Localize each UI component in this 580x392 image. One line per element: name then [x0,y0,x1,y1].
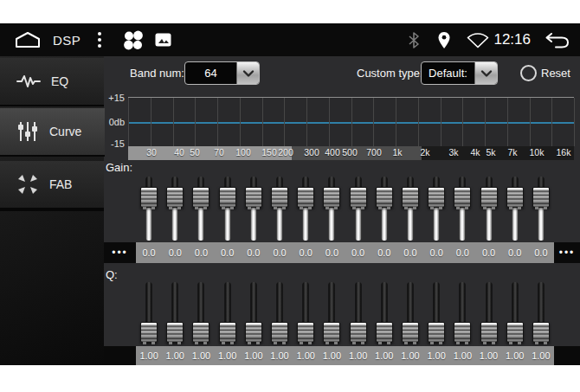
q-slider[interactable] [162,279,188,346]
reset-radio[interactable] [520,65,537,81]
freq-tick-label: 7k [507,147,517,157]
slider-handle[interactable] [480,187,498,208]
q-slider[interactable] [528,279,554,346]
y-axis-label-bottom: -15 [102,138,125,149]
slider-handle[interactable] [350,322,367,343]
gain-more-left-button[interactable]: ••• [104,242,136,263]
custom-type-dropdown[interactable]: Default: [421,61,498,85]
slider-handle[interactable] [297,187,314,208]
slider-handle[interactable] [245,187,262,208]
slider-track-fill [224,208,230,241]
q-slider[interactable] [241,279,267,346]
q-slider[interactable] [215,279,241,346]
slider-handle[interactable] [245,322,262,343]
gain-slider[interactable] [188,171,214,241]
gain-slider[interactable] [502,171,528,241]
slider-handle[interactable] [402,322,419,343]
gain-slider[interactable] [162,171,188,241]
q-slider[interactable] [371,279,397,346]
gridline [530,98,531,146]
q-slider[interactable] [267,279,293,346]
slider-handle[interactable] [192,322,209,343]
gridline [418,98,419,146]
slider-handle[interactable] [192,187,209,208]
gain-slider[interactable] [319,171,345,241]
slider-track-fill [172,208,178,241]
gain-value: 0.0 [371,247,397,258]
gain-slider[interactable] [397,171,423,241]
chevron-down-icon[interactable] [236,62,259,84]
slider-handle[interactable] [454,187,471,208]
slider-handle[interactable] [506,322,524,343]
slider-handle[interactable] [219,322,236,343]
sidebar-item-eq[interactable]: EQ [0,58,104,106]
slider-handle[interactable] [166,187,184,208]
slider-handle[interactable] [271,187,288,208]
slider-handle[interactable] [376,187,393,208]
slider-handle[interactable] [532,187,550,208]
sidebar-item-fab[interactable]: FAB [0,161,104,209]
slider-track-fill [538,208,544,241]
slider-handle[interactable] [428,322,445,343]
q-slider[interactable] [345,279,371,346]
q-slider[interactable] [475,279,501,346]
q-slider[interactable] [449,279,475,346]
q-slider[interactable] [136,279,162,346]
q-slider[interactable] [319,279,345,346]
gain-slider[interactable] [371,171,397,241]
sidebar-item-curve[interactable]: Curve [0,108,105,157]
gallery-icon[interactable] [155,33,171,47]
q-slider[interactable] [293,279,319,346]
gain-value: 0.0 [475,247,501,258]
slider-handle[interactable] [297,322,314,343]
gridline [284,98,285,146]
chevron-down-icon[interactable] [474,62,497,84]
gain-slider[interactable] [215,171,241,241]
slider-handle[interactable] [532,322,550,343]
menu-dots-icon[interactable] [98,32,101,48]
slider-handle[interactable] [271,322,288,343]
gain-slider[interactable] [475,171,501,241]
q-value: 1.00 [319,350,345,361]
slider-handle[interactable] [480,322,498,343]
gridline [195,98,196,146]
gain-slider[interactable] [293,171,319,241]
slider-handle[interactable] [506,187,524,208]
gain-slider[interactable] [241,171,267,241]
band-num-dropdown[interactable]: 64 [184,61,260,85]
q-slider[interactable] [502,279,528,346]
slider-handle[interactable] [350,187,367,208]
slider-handle[interactable] [454,322,471,343]
gain-slider[interactable] [345,171,371,241]
home-icon[interactable] [15,31,41,48]
q-slider[interactable] [423,279,449,346]
gain-slider[interactable] [449,171,475,241]
slider-handle[interactable] [219,187,236,208]
sidebar: EQCurveFAB [0,56,104,365]
slider-handle[interactable] [140,187,158,208]
q-slider[interactable] [188,279,214,346]
gain-slider[interactable] [267,171,293,241]
slider-handle[interactable] [166,322,184,343]
slider-handle[interactable] [402,187,419,208]
gridline [507,98,508,146]
gridline [128,98,129,146]
slider-handle[interactable] [140,322,158,343]
gain-more-right-button[interactable]: ••• [554,242,580,263]
q-slider[interactable] [397,279,423,346]
gain-slider[interactable] [528,171,554,241]
gain-slider[interactable] [136,171,162,241]
slider-handle[interactable] [323,187,340,208]
gridline [262,98,263,146]
apps-grid-icon[interactable] [122,29,144,51]
q-values-bar: 1.001.001.001.001.001.001.001.001.001.00… [136,346,554,365]
slider-handle[interactable] [428,187,445,208]
slider-handle[interactable] [376,322,393,343]
gridline [441,98,441,146]
freq-tick-label: 40 [174,147,184,157]
gridline [351,98,352,146]
gain-slider[interactable] [423,171,449,241]
dsp-app-screen: DSP [0,0,580,392]
back-icon[interactable] [545,32,570,48]
slider-handle[interactable] [323,322,340,343]
